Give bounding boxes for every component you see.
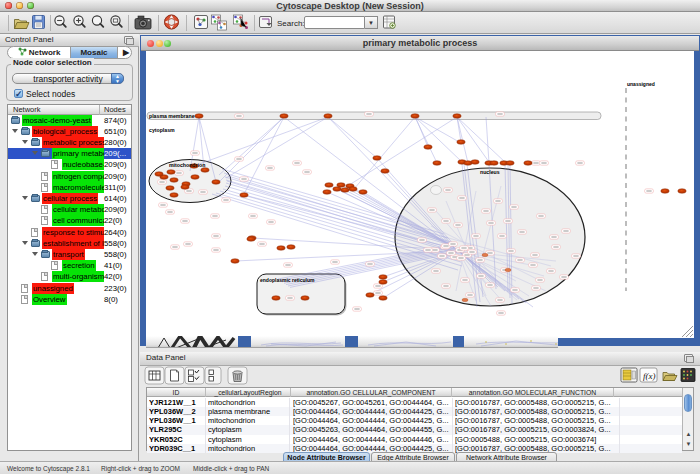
- svg-text:nucleus: nucleus: [480, 169, 500, 175]
- svg-text:mitochondrion: mitochondrion: [169, 162, 205, 168]
- svg-text:endoplasmic reticulum: endoplasmic reticulum: [260, 277, 315, 283]
- svg-text:plasma membrane: plasma membrane: [149, 113, 195, 119]
- svg-text:unassigned: unassigned: [627, 81, 655, 87]
- svg-text:cytoplasm: cytoplasm: [149, 127, 175, 133]
- svg-text:f(x): f(x): [643, 371, 656, 381]
